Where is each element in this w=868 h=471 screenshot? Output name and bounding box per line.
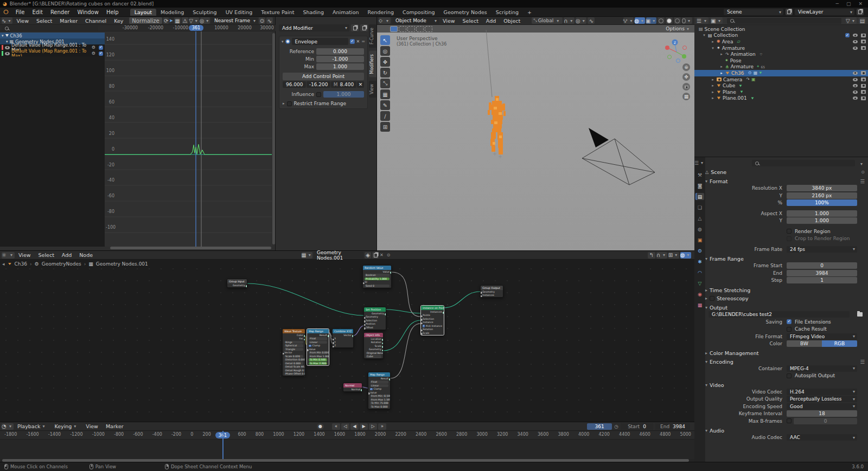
frame-rate-dropdown[interactable]: 24 fps [787, 246, 857, 253]
disable-render-icon[interactable] [861, 71, 866, 75]
timeline-playhead[interactable] [222, 431, 224, 459]
proportional-edit-icon[interactable]: ◎ [200, 17, 210, 24]
properties-search-input[interactable] [752, 160, 855, 166]
overlays-toggle-icon[interactable]: ◍ [680, 252, 691, 259]
ge-menu-select[interactable]: Select [33, 18, 56, 24]
file-extensions-checkbox[interactable] [787, 319, 792, 324]
ge-vertical-scrollbar[interactable] [272, 33, 275, 244]
tab-physics[interactable]: ◠ [695, 269, 704, 276]
copy-node-group-icon[interactable] [372, 252, 379, 259]
tab-modifiers[interactable]: ⚙ [695, 247, 704, 254]
render-region-checkbox[interactable] [787, 229, 792, 234]
play-button[interactable]: ▶ [360, 423, 368, 430]
reference-field[interactable]: 0.000 [316, 48, 364, 55]
aspect-x-field[interactable]: 1.000 [787, 210, 857, 217]
geometry-node-editor[interactable]: ⚛ View Select Add Node ▦ Geometry Nodes.… [0, 250, 694, 422]
jump-to-end-button[interactable]: » [378, 423, 386, 430]
snap-magnet-icon[interactable]: ∩ [656, 252, 667, 259]
new-viewlayer-button[interactable] [857, 9, 864, 15]
node-wave-texture[interactable]: Wave Texture ColorFacRingsSphericalTrian… [282, 328, 305, 376]
tab-scene[interactable]: △ [695, 215, 704, 222]
menu-window[interactable]: Window [73, 9, 102, 15]
hide-viewport-icon[interactable] [853, 91, 858, 94]
cp-delete-button[interactable]: ✕ [357, 81, 364, 88]
restrict-expand-icon[interactable]: ▸ [283, 101, 285, 106]
hide-viewport-icon[interactable] [853, 84, 858, 87]
node-map-range-2[interactable]: Map Range ResultFloatLinearClampValueFro… [368, 372, 391, 409]
node-object-info[interactable]: Object Info LocationRotationScaleGeometr… [363, 332, 384, 359]
hide-viewport-icon[interactable] [853, 72, 858, 75]
modifier-wrench-icon[interactable]: ⚙ [92, 51, 95, 56]
editor-type-graph-icon[interactable]: ∿ [2, 17, 12, 24]
node-set-position[interactable]: Set Position GeometryGeometrySelectionPo… [363, 307, 386, 330]
influence-checkbox[interactable] [316, 92, 321, 97]
disable-render-icon[interactable] [861, 90, 866, 94]
resolution-y-field[interactable]: 2160 px [787, 192, 857, 199]
close-button[interactable]: ✕ [858, 1, 863, 7]
panel-expand-icon[interactable]: ▾ [282, 40, 284, 44]
menu-render[interactable]: Render [47, 9, 74, 15]
ge-menu-channel[interactable]: Channel [81, 18, 110, 24]
video-panel-header[interactable]: Video [705, 382, 865, 389]
tab-view[interactable]: View [369, 81, 376, 98]
workspace-tab-texture-paint[interactable]: Texture Paint [257, 9, 298, 16]
disable-render-icon[interactable] [861, 78, 866, 81]
format-panel-header[interactable]: Format ☰ [705, 178, 865, 185]
outliner-filter-icon[interactable]: ▽ [846, 17, 857, 24]
cache-result-checkbox[interactable] [787, 327, 792, 332]
only-errors-icon[interactable]: ⚠ [182, 17, 188, 24]
channel-list-empty[interactable] [0, 56, 105, 247]
modifier-wrench-icon[interactable]: ⚙ [92, 45, 95, 50]
ge-horizontal-scrollbar[interactable] [110, 247, 271, 249]
eye-icon[interactable] [5, 52, 10, 55]
cursor-filter-icon[interactable]: ➤ [169, 18, 173, 23]
unlink-icon[interactable]: ✕ [380, 253, 384, 257]
fake-user-shield-icon[interactable]: ◈ [365, 252, 371, 259]
outliner-search-input[interactable] [727, 18, 841, 24]
stereoscopy-checkbox[interactable] [710, 296, 714, 301]
new-scene-button[interactable] [786, 9, 793, 15]
node-random-value[interactable]: Random Value ValueBooleanProbability 1.0… [362, 265, 392, 288]
tab-material[interactable]: ◉ [695, 291, 704, 298]
color-bw-button[interactable]: BW [787, 340, 822, 347]
menu-file[interactable]: File [12, 9, 29, 15]
max-bframes-field[interactable]: 0 [794, 418, 857, 424]
editor-type-timeline-icon[interactable]: ◔ [2, 423, 14, 430]
parent-node-icon[interactable]: ↰ [648, 252, 655, 259]
output-path-field[interactable]: G:\BLENDER\cubes test2 [709, 311, 850, 318]
normalize-auto-icon[interactable]: ⟳ [163, 17, 169, 24]
menu-help[interactable]: Help [103, 9, 123, 15]
editor-type-nodes-icon[interactable]: ⚛ [2, 252, 15, 259]
scene-selector[interactable]: Scene [724, 9, 783, 15]
ne-menu-view[interactable]: View [15, 252, 35, 258]
keyframe-interval-field[interactable]: 18 [787, 410, 857, 417]
node-group-output[interactable]: Group Output GeometryInstances [480, 285, 503, 298]
tl-menu-marker[interactable]: Marker [102, 423, 127, 429]
outliner-scene-icon[interactable]: ▣ [711, 17, 723, 24]
channel-enable-checkbox[interactable] [99, 46, 103, 50]
tab-world[interactable]: ◍ [695, 225, 704, 233]
use-preview-range-icon[interactable]: ◷ [614, 424, 618, 429]
channel-enable-checkbox[interactable] [99, 51, 103, 56]
hide-viewport-icon[interactable] [853, 40, 858, 43]
disable-render-icon[interactable] [861, 96, 866, 100]
blender-icon[interactable]: ⵔ [3, 9, 9, 16]
camera-view-icon[interactable] [682, 83, 690, 91]
ge-menu-marker[interactable]: Marker [56, 18, 81, 24]
add-control-point-button[interactable]: Add Control Point [283, 73, 364, 80]
autosplit-checkbox[interactable] [787, 373, 792, 378]
drag-handle-icon[interactable]: ≡ [361, 39, 365, 44]
outliner-row-pose[interactable]: ✶ Pose [694, 57, 868, 64]
normalize-toggle[interactable]: Normalize [129, 17, 162, 24]
breadcrumb-object[interactable]: Ch36 [15, 261, 27, 267]
zoom-icon[interactable]: ⊕ [682, 63, 690, 71]
workspace-tab-scripting[interactable]: Scripting [492, 9, 523, 16]
outliner-row-scene-collection[interactable]: ▤ Scene Collection [694, 26, 868, 33]
tl-menu-view[interactable]: View [82, 423, 102, 429]
encoding-panel-header[interactable]: Encoding ☰ [705, 358, 865, 365]
resolution-x-field[interactable]: 3840 px [787, 185, 857, 191]
audio-panel-header[interactable]: Audio [705, 427, 865, 434]
ne-menu-add[interactable]: Add [58, 252, 75, 258]
node-instance-on-points[interactable]: Instance on Points InstancesPointsSelect… [420, 305, 444, 335]
tab-modifiers[interactable]: Modifiers [369, 51, 376, 78]
